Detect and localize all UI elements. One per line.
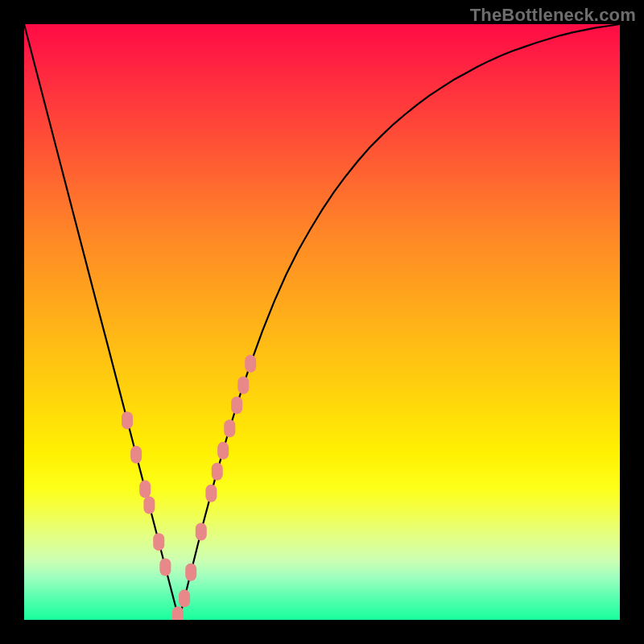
chart-hit-area[interactable] bbox=[24, 24, 620, 620]
watermark-label: TheBottleneck.com bbox=[470, 5, 636, 26]
bottleneck-chart: TheBottleneck.com bbox=[0, 0, 644, 644]
